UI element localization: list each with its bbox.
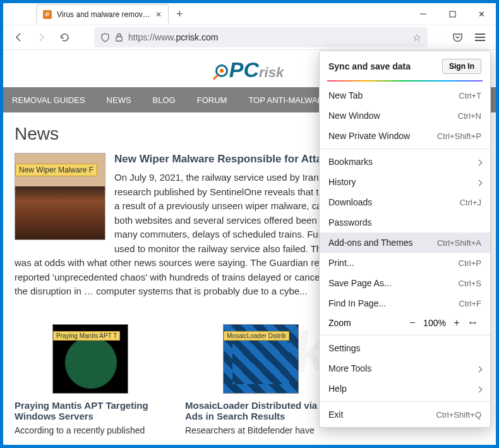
forward-button[interactable]	[32, 28, 51, 47]
menu-item-save-page-as-[interactable]: Save Page As...Ctrl+S	[320, 273, 490, 293]
menu-separator	[320, 148, 490, 149]
sync-label: Sync and save data	[328, 61, 411, 71]
menu-label: New Private Window	[328, 131, 410, 141]
menu-label: New Tab	[328, 90, 363, 100]
menu-item-add-ons-and-themes[interactable]: Add-ons and ThemesCtrl+Shift+A	[320, 233, 490, 253]
nav-forum[interactable]: FORUM	[197, 95, 227, 105]
thumbnail-banner: New Wiper Malware F	[15, 164, 97, 176]
menu-item-new-window[interactable]: New WindowCtrl+N	[320, 106, 490, 126]
menu-label: Passwords	[328, 217, 371, 227]
lock-icon	[115, 33, 123, 42]
menu-item-find-in-page-[interactable]: Find In Page...Ctrl+F	[320, 293, 490, 313]
svg-rect-2	[116, 37, 122, 41]
menu-shortcut: Ctrl+S	[459, 279, 481, 288]
menu-item-new-private-window[interactable]: New Private WindowCtrl+Shift+P	[320, 126, 490, 146]
menu-item-history[interactable]: History	[320, 172, 490, 192]
card-mosaic: MosaicLoader Distrib MosaicLoader Distri…	[185, 324, 337, 435]
zoom-control: Zoom − 100% + ⤢	[320, 313, 490, 332]
reload-button[interactable]	[55, 28, 74, 47]
menu-item-settings[interactable]: Settings	[320, 338, 490, 358]
sign-in-button[interactable]: Sign In	[442, 59, 481, 74]
shield-icon	[100, 33, 110, 42]
menu-separator	[320, 401, 490, 402]
tab-favicon: P	[43, 10, 52, 19]
menu-label: Print...	[328, 258, 354, 268]
address-bar[interactable]: https://www.pcrisk.com ☆	[94, 27, 428, 47]
toolbar: https://www.pcrisk.com ☆	[3, 25, 496, 50]
menu-shortcut: Ctrl+T	[459, 91, 481, 100]
menu-item-downloads[interactable]: DownloadsCtrl+J	[320, 192, 490, 212]
card-mantis: Praying Mantis APT T Praying Mantis APT …	[15, 324, 166, 435]
url-text: https://www.pcrisk.com	[128, 32, 218, 42]
card-body: According to a recently published	[15, 425, 166, 435]
menu-label: History	[328, 177, 356, 187]
menu-label: Save Page As...	[328, 278, 392, 288]
menu-label: Settings	[328, 343, 361, 353]
zoom-value: 100%	[421, 318, 448, 328]
menu-label: Find In Page...	[328, 298, 386, 308]
menu-shortcut: Ctrl+Shift+Q	[436, 410, 481, 420]
title-bar: P Virus and malware removal inst ✕ + ✕	[3, 3, 496, 25]
menu-header: Sync and save data Sign In	[320, 51, 490, 80]
back-button[interactable]	[9, 28, 28, 47]
tab-title: Virus and malware removal inst	[57, 10, 150, 19]
zoom-out-button[interactable]: −	[404, 317, 421, 329]
menu-label: More Tools	[328, 363, 371, 373]
article-thumbnail[interactable]: New Wiper Malware F	[15, 153, 105, 240]
nav-news[interactable]: NEWS	[107, 95, 131, 105]
zoom-label: Zoom	[328, 318, 404, 328]
menu-item-new-tab[interactable]: New TabCtrl+T	[320, 85, 490, 106]
card-title[interactable]: MosaicLoader Distributed via Ads in Sear…	[185, 400, 337, 421]
menu-label: Bookmarks	[328, 157, 373, 167]
nav-removal-guides[interactable]: REMOVAL GUIDES	[12, 95, 85, 105]
new-tab-button[interactable]: +	[176, 8, 183, 21]
chevron-right-icon	[477, 177, 481, 187]
menu-shortcut: Ctrl+P	[459, 258, 481, 268]
menu-label: New Window	[328, 111, 380, 121]
menu-label: Downloads	[328, 197, 372, 207]
minimize-button[interactable]	[409, 4, 438, 23]
close-tab-icon[interactable]: ✕	[155, 10, 162, 19]
menu-shortcut: Ctrl+Shift+A	[437, 238, 481, 248]
menu-shortcut: Ctrl+J	[460, 198, 481, 207]
nav-blog[interactable]: BLOG	[153, 95, 176, 105]
menu-label: Help	[328, 384, 347, 394]
magnifier-icon	[215, 64, 228, 77]
menu-separator	[320, 335, 490, 336]
bookmark-star-icon[interactable]: ☆	[412, 32, 421, 44]
chevron-right-icon	[477, 157, 481, 167]
menu-item-print-[interactable]: Print...Ctrl+P	[320, 253, 490, 273]
card-thumbnail[interactable]: MosaicLoader Distrib	[223, 324, 299, 394]
menu-item-passwords[interactable]: Passwords	[320, 212, 490, 233]
menu-item-help[interactable]: Help	[320, 378, 490, 399]
window-controls: ✕	[409, 4, 496, 23]
menu-shortcut: Ctrl+Shift+P	[437, 131, 481, 141]
maximize-button[interactable]	[438, 4, 467, 23]
svg-rect-1	[450, 11, 455, 17]
menu-shortcut: Ctrl+N	[458, 111, 481, 121]
fullscreen-button[interactable]: ⤢	[465, 317, 481, 329]
hamburger-icon	[475, 33, 485, 41]
menu-item-more-tools[interactable]: More Tools	[320, 358, 490, 378]
menu-item-bookmarks[interactable]: Bookmarks	[320, 152, 490, 172]
pocket-icon[interactable]	[448, 28, 467, 47]
app-menu-button[interactable]	[471, 28, 490, 47]
menu-item-exit[interactable]: Exit Ctrl+Shift+Q	[320, 404, 490, 425]
card-title[interactable]: Praying Mantis APT Targeting Windows Ser…	[15, 400, 166, 421]
card-body: Researchers at Bitdefender have	[185, 425, 337, 435]
nav-top-antimalware[interactable]: TOP ANTI-MALWARE	[248, 95, 328, 105]
menu-label: Exit	[328, 409, 343, 420]
app-menu: Sync and save data Sign In New TabCtrl+T…	[319, 51, 491, 428]
card-thumbnail[interactable]: Praying Mantis APT T	[52, 324, 128, 394]
menu-shortcut: Ctrl+F	[459, 299, 481, 308]
browser-tab[interactable]: P Virus and malware removal inst ✕	[36, 4, 169, 23]
zoom-in-button[interactable]: +	[448, 317, 465, 329]
close-window-button[interactable]: ✕	[467, 4, 496, 23]
menu-label: Add-ons and Themes	[328, 238, 413, 248]
chevron-right-icon	[477, 363, 481, 373]
chevron-right-icon	[477, 384, 481, 394]
